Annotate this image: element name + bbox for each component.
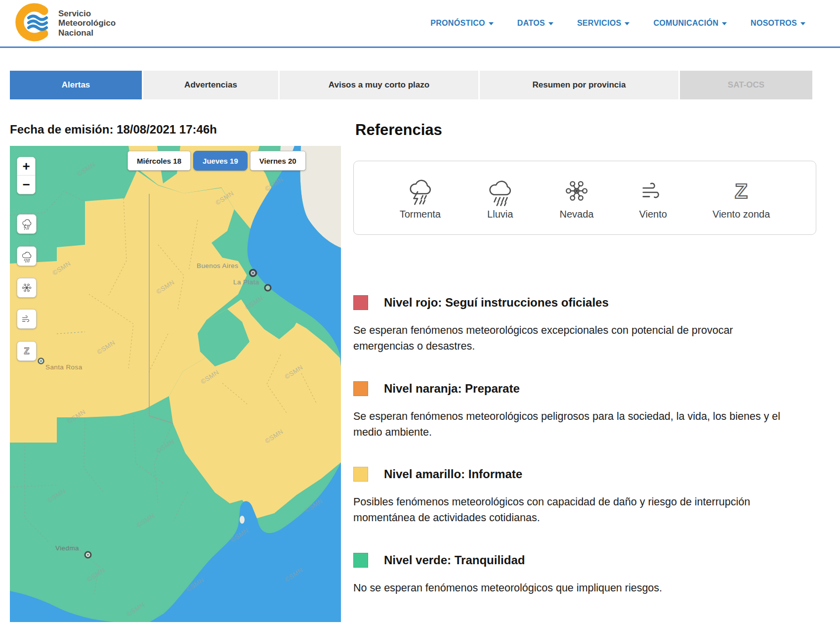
- snow-icon: [561, 176, 592, 206]
- chevron-down-icon: [800, 22, 805, 25]
- chevron-down-icon: [548, 22, 553, 25]
- map-column: Fecha de emisión: 18/08/2021 17:46h: [10, 121, 341, 622]
- chevron-down-icon: [625, 22, 630, 25]
- storm-icon: [405, 176, 435, 206]
- tab-resumen-provincia[interactable]: Resumen por provincia: [480, 71, 678, 99]
- yellow-level-description: Posibles fenómenos meteorológicos con ca…: [353, 494, 792, 526]
- day-button-viernes-20[interactable]: Viernes 20: [250, 151, 306, 171]
- layer-button-zonda-icon[interactable]: [17, 341, 37, 361]
- smn-brand[interactable]: Servicio Meteorológico Nacional: [14, 2, 116, 44]
- alert-map[interactable]: ©SMN ©SMN ©SMN ©SMN ©SMN ©SMN ©SMN ©SMN …: [10, 146, 341, 622]
- layer-button-snow-icon[interactable]: [17, 278, 37, 298]
- legend-item-tormenta: Tormenta: [400, 176, 441, 220]
- level-orange: Nivel naranja: Preparate Se esperan fenó…: [353, 381, 816, 441]
- snow-icon: [20, 281, 33, 294]
- map-zoom-control: + −: [17, 157, 36, 194]
- tab-avisos-corto-plazo[interactable]: Avisos a muy corto plazo: [280, 71, 478, 99]
- city-label-viedma: Viedma: [55, 544, 79, 552]
- level-red: Nivel rojo: Seguí instrucciones oficiale…: [353, 295, 816, 355]
- orange-level-title: Nivel naranja: Preparate: [384, 382, 520, 396]
- storm-icon: [20, 218, 33, 230]
- day-button-miercoles-18[interactable]: Miércoles 18: [127, 151, 191, 171]
- red-level-description: Se esperan fenómenos meteorológicos exce…: [353, 322, 792, 355]
- yellow-level-swatch: [353, 467, 368, 482]
- nav-nosotros[interactable]: NOSOTROS: [751, 19, 805, 28]
- chevron-down-icon: [722, 22, 727, 25]
- day-button-jueves-19[interactable]: Jueves 19: [193, 151, 248, 171]
- day-selector: Miércoles 18 Jueves 19 Viernes 20: [127, 151, 306, 171]
- red-level-swatch: [353, 295, 368, 310]
- phenomena-legend: Tormenta Lluvia Nevada Viento Viento zon…: [353, 161, 816, 235]
- orange-level-description: Se esperan fenómenos meteorológicos peli…: [353, 408, 792, 441]
- chevron-down-icon: [489, 22, 494, 25]
- brand-name: Servicio Meteorológico Nacional: [58, 9, 116, 38]
- zoom-in-button[interactable]: +: [17, 157, 35, 176]
- layer-button-rain-icon[interactable]: [17, 246, 37, 266]
- content: Fecha de emisión: 18/08/2021 17:46h: [10, 121, 830, 622]
- rain-icon: [20, 250, 33, 263]
- zonda-icon: [726, 176, 756, 206]
- tab-alertas[interactable]: Alertas: [10, 71, 142, 99]
- tab-advertencias[interactable]: Advertencias: [143, 71, 278, 99]
- rain-icon: [485, 176, 515, 206]
- header: Servicio Meteorológico Nacional PRONÓSTI…: [0, 0, 840, 48]
- green-level-description: No se esperan fenómenos meteorológicos q…: [353, 580, 792, 596]
- city-label-la-plata: La Plata: [233, 278, 259, 286]
- zonda-icon: [20, 345, 33, 358]
- wind-icon: [638, 176, 669, 206]
- emission-date: Fecha de emisión: 18/08/2021 17:46h: [10, 123, 341, 136]
- legend-item-nevada: Nevada: [560, 176, 594, 220]
- nav-pronostico[interactable]: PRONÓSTICO: [430, 19, 494, 28]
- red-level-title: Nivel rojo: Seguí instrucciones oficiale…: [384, 296, 609, 310]
- city-label-santa-rosa: Santa Rosa: [45, 363, 83, 371]
- references-column: Referencias Tormenta Lluvia Nevada Vient…: [353, 121, 830, 622]
- section-tabs: Alertas Advertencias Avisos a muy corto …: [10, 71, 830, 99]
- tab-sat-ocs: SAT-OCS: [680, 71, 812, 99]
- legend-item-viento-zonda: Viento zonda: [713, 176, 770, 220]
- smn-logo-icon: [14, 2, 53, 44]
- yellow-level-title: Nivel amarillo: Informate: [384, 467, 522, 481]
- main-nav: PRONÓSTICO DATOS SERVICIOS COMUNICACIÓN …: [430, 19, 805, 28]
- references-title: Referencias: [355, 121, 816, 139]
- zoom-out-button[interactable]: −: [17, 176, 35, 194]
- smn-alerts-page: Servicio Meteorológico Nacional PRONÓSTI…: [0, 0, 840, 627]
- orange-level-swatch: [353, 381, 368, 396]
- wind-icon: [20, 313, 33, 325]
- legend-item-lluvia: Lluvia: [485, 176, 515, 220]
- nav-servicios[interactable]: SERVICIOS: [577, 19, 630, 28]
- level-green: Nivel verde: Tranquilidad No se esperan …: [353, 553, 816, 596]
- layer-button-wind-icon[interactable]: [17, 309, 37, 329]
- nav-datos[interactable]: DATOS: [517, 19, 553, 28]
- nav-comunicacion[interactable]: COMUNICACIÓN: [653, 19, 727, 28]
- level-yellow: Nivel amarillo: Informate Posibles fenóm…: [353, 467, 816, 526]
- green-level-title: Nivel verde: Tranquilidad: [384, 553, 525, 567]
- map-canvas: ©SMN ©SMN ©SMN ©SMN ©SMN ©SMN ©SMN ©SMN …: [10, 146, 341, 622]
- legend-item-viento: Viento: [638, 176, 669, 220]
- green-level-swatch: [353, 553, 368, 568]
- layer-button-storm-icon[interactable]: [17, 214, 37, 234]
- city-label-buenos-aires: Buenos Aires: [197, 262, 238, 269]
